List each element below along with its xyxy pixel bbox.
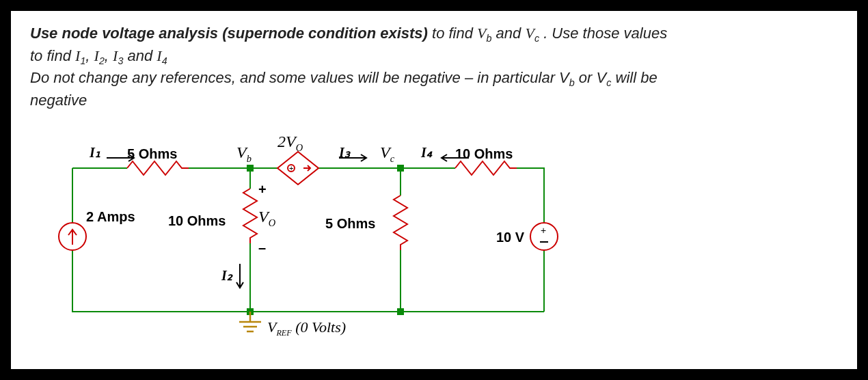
text-fragment: will be [611,69,657,86]
warning-line: Do not change any references, and some v… [30,69,569,86]
circuit-diagram: + + [52,134,585,359]
text-and: and [491,25,525,42]
sub-b: b [569,78,575,89]
label-I2: I₂ [221,267,232,284]
text-fragment: to find [428,25,477,42]
label-Vref: VREF (0 Volts) [267,318,346,338]
sub-c: c [534,33,539,44]
label-I3: I₃ [339,144,350,161]
svg-text:+: + [289,164,293,172]
label-R10-mid: 10 Ohms [168,213,226,229]
comma: , [85,47,94,64]
label-I1: I₁ [90,144,100,161]
var-I2: I [94,47,99,64]
comma: , [105,47,113,64]
label-current-source: 2 Amps [86,209,135,225]
text-fragment: to find [30,47,75,64]
text-fragment: negative [30,92,87,109]
label-Vo: VO [258,208,275,229]
label-Vc: Vc [380,144,394,165]
var-Vb: V [477,25,486,42]
label-10V: 10 V [496,230,524,245]
text-and: and [123,47,157,64]
var-I4: I [157,47,161,64]
label-R5-mid: 5 Ohms [325,216,375,232]
label-I4: I₄ [421,144,432,161]
label-Vb: Vb [236,144,252,165]
sub-2: 2 [99,55,105,66]
problem-frame: Use node voltage analysis (supernode con… [8,8,860,372]
sub-4: 4 [162,55,167,66]
plus-Vo: + [258,182,267,198]
text-fragment: or V [575,69,606,86]
minus-Vo: – [258,240,266,256]
problem-statement: Use node voltage analysis (supernode con… [30,23,838,111]
label-2Vo: 2VO [277,133,303,154]
svg-text:+: + [541,225,546,236]
label-R10-top: 10 Ohms [455,146,513,162]
svg-rect-9 [397,308,404,315]
svg-rect-7 [397,165,404,172]
svg-rect-6 [247,165,254,172]
instruction-main: Use node voltage analysis (supernode con… [30,25,428,42]
var-Vc: V [525,25,534,42]
label-R5-top: 5 Ohms [127,146,177,162]
text-fragment: . Use those values [539,25,667,42]
